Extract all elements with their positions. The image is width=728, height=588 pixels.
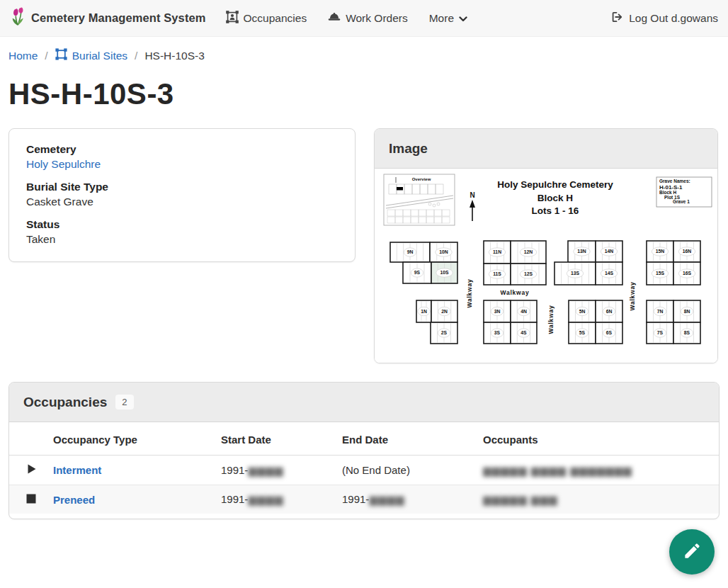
svg-text:Walkway: Walkway [547, 305, 554, 334]
logout-button[interactable]: Log Out d.gowans [610, 11, 718, 26]
breadcrumb-burial-sites[interactable]: Burial Sites [55, 48, 127, 63]
svg-text:Grave 1: Grave 1 [673, 199, 690, 204]
app-title: Cemetery Management System [31, 11, 206, 25]
svg-text:11S: 11S [493, 271, 501, 276]
occupancy-type-link[interactable]: Preneed [53, 494, 95, 506]
svg-text:Grave Names:: Grave Names: [659, 179, 690, 183]
start-date-cell: 1991-▆▆▆▆ [221, 485, 342, 514]
image-card-title: Image [389, 141, 428, 157]
field-status: Status Taken [26, 218, 338, 246]
nav-more[interactable]: More [429, 12, 467, 25]
occupancies-icon [226, 11, 239, 26]
svg-text:Walkway: Walkway [466, 278, 473, 307]
svg-text:10S: 10S [440, 270, 449, 275]
svg-text:3S: 3S [494, 330, 501, 335]
occupancy-row: Interment 1991-▆▆▆▆ (No End Date) ▆▆▆▆▆ … [9, 456, 719, 485]
field-cemetery: Cemetery Holy Sepulchre [26, 143, 338, 171]
field-burial-site-type-label: Burial Site Type [26, 181, 338, 193]
breadcrumb: Home / Burial Sites / HS-H-10S-3 [0, 37, 728, 70]
breadcrumb-current: HS-H-10S-3 [144, 50, 204, 62]
svg-text:7N: 7N [657, 309, 664, 314]
occupancies-count-badge: 2 [115, 395, 133, 410]
column-header-state [9, 422, 53, 456]
svg-text:Block H: Block H [538, 193, 573, 203]
cemetery-link[interactable]: Holy Sepulchre [26, 158, 101, 170]
top-navbar: Cemetery Management System Occupancies [0, 0, 728, 37]
nav-work-orders-label: Work Orders [346, 12, 408, 25]
occupants-cell: ▆▆▆▆▆ ▆▆▆ [483, 485, 719, 514]
occupancies-header: Occupancies 2 [9, 383, 719, 422]
svg-text:7S: 7S [657, 330, 664, 335]
logout-label: Log Out d.gowans [629, 12, 718, 25]
image-card: Image OverviewNHoly Sepulchre CemeteryBl… [374, 128, 718, 363]
end-date-cell: (No End Date) [342, 456, 483, 485]
breadcrumb-home[interactable]: Home [8, 50, 38, 62]
svg-text:8N: 8N [684, 309, 690, 314]
column-header-occupancy-type: Occupancy Type [53, 422, 221, 456]
column-header-start-date: Start Date [221, 422, 342, 456]
svg-text:Overview: Overview [412, 177, 431, 181]
nav-occupancies-label: Occupancies [244, 12, 307, 25]
column-header-end-date: End Date [342, 422, 483, 456]
burial-sites-icon [55, 48, 67, 63]
svg-text:15N: 15N [656, 249, 665, 254]
pencil-icon [683, 541, 702, 562]
edit-fab-button[interactable] [669, 529, 715, 575]
svg-text:2S: 2S [441, 330, 448, 335]
svg-text:Walkway: Walkway [629, 281, 636, 310]
svg-text:Holy Sepulchre Cemetery: Holy Sepulchre Cemetery [497, 179, 613, 190]
column-header-occupants: Occupants [483, 422, 719, 456]
svg-text:5N: 5N [579, 309, 586, 314]
site-map-image[interactable]: OverviewNHoly Sepulchre CemeteryBlock HL… [375, 169, 717, 363]
image-card-header: Image [375, 129, 717, 169]
svg-text:11N: 11N [493, 249, 501, 254]
svg-text:1N: 1N [421, 309, 427, 314]
work-orders-icon [328, 11, 341, 25]
burial-site-type-value: Casket Grave [26, 196, 338, 208]
svg-text:2N: 2N [441, 309, 448, 314]
field-cemetery-label: Cemetery [26, 143, 338, 156]
breadcrumb-separator: / [135, 50, 137, 62]
svg-text:9S: 9S [414, 270, 421, 275]
svg-text:13S: 13S [571, 271, 580, 276]
nav-more-label: More [429, 12, 454, 25]
svg-text:9N: 9N [407, 249, 414, 254]
svg-text:Lots 1 - 16: Lots 1 - 16 [532, 205, 579, 216]
status-value: Taken [26, 233, 338, 246]
occupancies-title: Occupancies [23, 395, 107, 410]
chevron-down-icon [459, 12, 467, 25]
svg-text:6N: 6N [606, 309, 613, 314]
svg-text:4N: 4N [521, 309, 527, 314]
svg-text:N: N [470, 191, 474, 199]
svg-text:12N: 12N [524, 249, 533, 254]
svg-text:15S: 15S [656, 271, 665, 276]
svg-text:14S: 14S [605, 271, 614, 276]
page-title: HS-H-10S-3 [0, 70, 728, 111]
svg-text:Walkway: Walkway [500, 289, 529, 296]
svg-text:16S: 16S [683, 271, 692, 276]
logout-icon [610, 11, 623, 26]
details-card: Cemetery Holy Sepulchre Burial Site Type… [8, 128, 356, 262]
svg-text:16N: 16N [683, 249, 692, 254]
occupancy-type-link[interactable]: Interment [53, 464, 101, 476]
nav-occupancies[interactable]: Occupancies [226, 11, 307, 26]
end-date-cell: 1991-▆▆▆▆ [342, 485, 483, 514]
stop-icon [26, 494, 36, 504]
breadcrumb-separator: / [45, 50, 47, 62]
svg-text:3N: 3N [494, 309, 501, 314]
occupancies-card: Occupancies 2 Occupancy Type Start Date … [8, 382, 720, 519]
tulip-logo-icon [10, 7, 25, 29]
occupancy-table-body: Interment 1991-▆▆▆▆ (No End Date) ▆▆▆▆▆ … [9, 456, 719, 514]
field-burial-site-type: Burial Site Type Casket Grave [26, 181, 338, 208]
svg-text:13N: 13N [577, 249, 586, 254]
svg-text:5S: 5S [579, 330, 586, 335]
svg-text:12S: 12S [524, 271, 533, 276]
start-date-cell: 1991-▆▆▆▆ [221, 456, 342, 485]
svg-text:10N: 10N [439, 249, 448, 254]
svg-text:14N: 14N [605, 249, 614, 254]
nav-work-orders[interactable]: Work Orders [328, 11, 408, 25]
svg-text:8S: 8S [684, 330, 690, 335]
svg-text:4S: 4S [521, 330, 527, 335]
app-brand[interactable]: Cemetery Management System [10, 7, 206, 29]
occupancies-table: Occupancy Type Start Date End Date Occup… [9, 422, 719, 514]
